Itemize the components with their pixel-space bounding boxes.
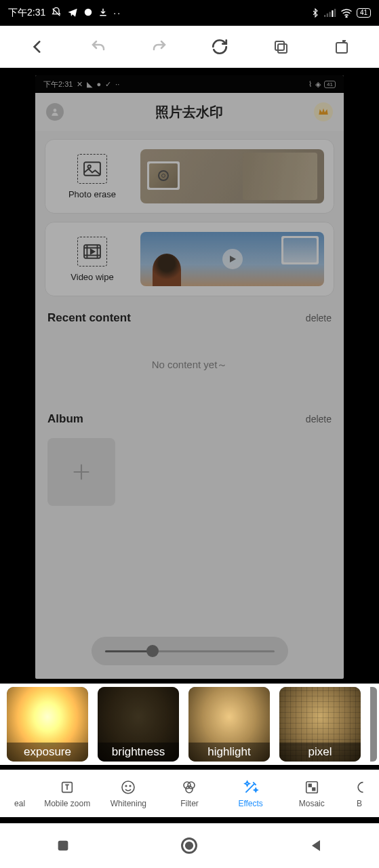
- svg-rect-24: [58, 841, 68, 851]
- inner-status-bar: 下午2:31 ✕ ◣ ●✓·· ⌇ ◈ 41: [35, 75, 344, 93]
- svg-point-10: [54, 108, 57, 112]
- tool-label: B: [357, 799, 362, 808]
- photo-erase-label: Photo erase: [68, 189, 116, 199]
- effect-label: pixel: [279, 743, 361, 762]
- effect-label: highlight: [188, 743, 270, 762]
- svg-point-12: [88, 165, 91, 167]
- svg-rect-7: [275, 41, 284, 50]
- tools-bar: eal Mobile zoom Whitening Filter Effects…: [0, 770, 379, 817]
- tool-b[interactable]: B: [349, 778, 370, 808]
- tool-label: Filter: [180, 799, 199, 808]
- adjustment-slider[interactable]: [92, 637, 288, 665]
- system-recent-button[interactable]: [52, 835, 74, 856]
- svg-point-6: [346, 16, 347, 18]
- more-dots-icon: ··: [113, 7, 121, 18]
- inner-app-header: 照片去水印: [35, 93, 344, 131]
- tool-label: Mosaic: [299, 799, 325, 808]
- play-icon: [222, 249, 243, 269]
- download-icon: [98, 7, 108, 19]
- svg-rect-4: [332, 10, 333, 17]
- tabs-button[interactable]: [271, 37, 290, 56]
- album-add-button[interactable]: [47, 438, 115, 506]
- svg-rect-21: [306, 782, 318, 793]
- bell-off-icon: [51, 7, 62, 20]
- bluetooth-icon: [311, 7, 320, 18]
- bluetooth-icon: ⌇: [308, 80, 312, 89]
- inner-app-screenshot: 下午2:31 ✕ ◣ ●✓·· ⌇ ◈ 41 照片去水印: [35, 75, 344, 679]
- photo-erase-thumb: [140, 149, 324, 203]
- video-icon: [77, 237, 107, 267]
- wifi-icon: [340, 8, 353, 18]
- inner-app-title: 照片去水印: [155, 103, 223, 121]
- recent-delete-button[interactable]: delete: [306, 313, 332, 323]
- photo-icon: [77, 154, 107, 184]
- album-section-header: Album delete: [35, 406, 344, 433]
- signal-icon: [324, 8, 336, 18]
- recent-section-header: Recent content delete: [35, 304, 344, 332]
- video-wipe-card[interactable]: Video wipe: [45, 222, 334, 296]
- tool-label: Mobile zoom: [44, 799, 90, 808]
- share-button[interactable]: [332, 37, 351, 56]
- telegram-icon: ◣: [87, 80, 92, 89]
- svg-rect-2: [327, 14, 328, 17]
- svg-point-19: [188, 782, 195, 789]
- svg-rect-5: [334, 9, 336, 17]
- svg-point-0: [85, 8, 92, 16]
- tool-label: Effects: [238, 799, 262, 808]
- tool-effects[interactable]: Effects: [227, 778, 275, 808]
- crown-button[interactable]: [314, 102, 333, 121]
- back-button[interactable]: [28, 37, 47, 56]
- tool-label: eal: [14, 799, 25, 808]
- mosaic-icon: [303, 778, 321, 796]
- svg-point-26: [186, 842, 193, 848]
- bell-off-icon: ✕: [77, 80, 83, 89]
- recent-empty-message: No content yet～: [35, 332, 344, 406]
- album-delete-button[interactable]: delete: [306, 414, 332, 425]
- battery-icon: 41: [357, 8, 371, 18]
- tool-mobile-zoom[interactable]: Mobile zoom: [43, 778, 91, 808]
- album-title: Album: [47, 412, 83, 426]
- chat-icon: [83, 7, 93, 19]
- slider-thumb[interactable]: [146, 645, 159, 657]
- battery-icon: 41: [324, 81, 336, 88]
- tool-mosaic[interactable]: Mosaic: [288, 778, 336, 808]
- system-nav-bar: [0, 823, 379, 868]
- photo-erase-card[interactable]: Photo erase: [45, 139, 334, 214]
- svg-point-16: [126, 785, 127, 787]
- redo-button[interactable]: [150, 37, 169, 56]
- effect-tile-brightness[interactable]: brightness: [98, 687, 179, 762]
- telegram-icon: [67, 7, 78, 20]
- effects-strip[interactable]: exposure brightness highlight pixel: [0, 684, 379, 765]
- tool-filter[interactable]: Filter: [165, 778, 213, 808]
- recent-title: Recent content: [47, 311, 131, 325]
- svg-rect-3: [329, 12, 330, 18]
- face-icon: [119, 778, 137, 796]
- magic-wand-icon: [242, 778, 260, 796]
- video-wipe-label: Video wipe: [71, 272, 113, 282]
- svg-point-15: [122, 781, 134, 793]
- tool-whitening[interactable]: Whitening: [104, 778, 152, 808]
- profile-avatar[interactable]: [46, 103, 64, 121]
- video-wipe-thumb: [140, 232, 324, 286]
- system-home-button[interactable]: [178, 835, 200, 856]
- reload-button[interactable]: [210, 37, 229, 56]
- effect-tile-exposure[interactable]: exposure: [7, 687, 88, 762]
- svg-rect-9: [336, 43, 347, 53]
- svg-point-17: [130, 785, 132, 787]
- effect-label: brightness: [98, 743, 179, 762]
- effect-tile-next[interactable]: [370, 687, 377, 762]
- phone-status-bar: 下午2:31 ·· 41: [0, 0, 379, 26]
- system-back-button[interactable]: [305, 835, 327, 856]
- undo-button[interactable]: [89, 37, 108, 56]
- crop-icon: [58, 778, 76, 796]
- filter-icon: [180, 778, 198, 796]
- effect-label: exposure: [7, 743, 88, 762]
- svg-rect-8: [278, 44, 287, 53]
- effect-tile-pixel[interactable]: pixel: [279, 687, 361, 762]
- tool-seal[interactable]: eal: [9, 778, 30, 808]
- effect-tile-highlight[interactable]: highlight: [188, 687, 270, 762]
- svg-rect-1: [324, 15, 325, 17]
- svg-rect-23: [313, 788, 315, 791]
- browser-nav-bar: [0, 26, 379, 68]
- wifi-icon: ◈: [315, 80, 321, 89]
